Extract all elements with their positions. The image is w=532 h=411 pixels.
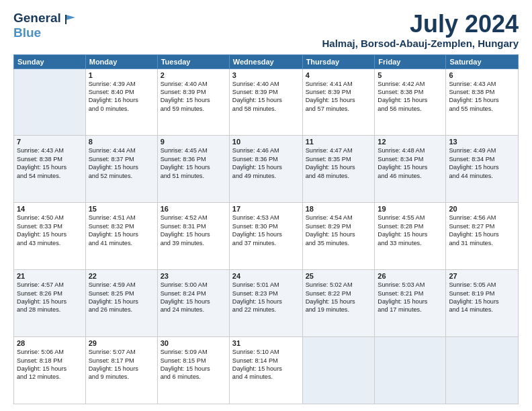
day-number: 21 (17, 272, 83, 280)
day-number: 15 (89, 205, 154, 213)
calendar-cell: 31Sunrise: 5:10 AM Sunset: 8:14 PM Dayli… (229, 337, 302, 404)
day-info: Sunrise: 4:43 AM Sunset: 8:38 PM Dayligh… (449, 80, 515, 113)
day-info: Sunrise: 5:00 AM Sunset: 8:24 PM Dayligh… (161, 281, 226, 314)
day-info: Sunrise: 4:51 AM Sunset: 8:32 PM Dayligh… (89, 214, 154, 247)
day-info: Sunrise: 4:47 AM Sunset: 8:35 PM Dayligh… (306, 146, 372, 180)
weekday-header-friday: Friday (375, 54, 446, 68)
calendar-cell: 5Sunrise: 4:42 AM Sunset: 8:38 PM Daylig… (375, 68, 446, 136)
calendar-cell: 19Sunrise: 4:55 AM Sunset: 8:28 PM Dayli… (375, 203, 446, 270)
day-number: 31 (232, 339, 300, 347)
calendar-week-row: 14Sunrise: 4:50 AM Sunset: 8:33 PM Dayli… (14, 203, 519, 270)
day-info: Sunrise: 4:44 AM Sunset: 8:37 PM Dayligh… (89, 146, 154, 180)
day-number: 20 (449, 205, 515, 213)
calendar-cell: 20Sunrise: 4:56 AM Sunset: 8:27 PM Dayli… (446, 203, 519, 270)
day-info: Sunrise: 4:50 AM Sunset: 8:33 PM Dayligh… (17, 214, 83, 247)
calendar-cell: 4Sunrise: 4:41 AM Sunset: 8:39 PM Daylig… (302, 68, 375, 136)
day-info: Sunrise: 5:03 AM Sunset: 8:21 PM Dayligh… (378, 281, 443, 314)
calendar-week-row: 7Sunrise: 4:43 AM Sunset: 8:38 PM Daylig… (14, 136, 519, 203)
day-info: Sunrise: 4:53 AM Sunset: 8:30 PM Dayligh… (232, 214, 300, 247)
day-number: 28 (17, 339, 83, 347)
day-number: 27 (449, 272, 515, 280)
day-number: 1 (89, 71, 154, 79)
day-number: 25 (306, 272, 372, 280)
day-number: 10 (232, 138, 300, 146)
logo-blue: Blue (13, 26, 41, 40)
day-number: 18 (306, 205, 372, 213)
day-info: Sunrise: 4:52 AM Sunset: 8:31 PM Dayligh… (161, 214, 226, 247)
calendar-cell: 26Sunrise: 5:03 AM Sunset: 8:21 PM Dayli… (375, 270, 446, 337)
svg-rect-1 (65, 15, 66, 24)
calendar-cell (375, 337, 446, 404)
calendar-cell: 13Sunrise: 4:49 AM Sunset: 8:34 PM Dayli… (446, 136, 519, 203)
weekday-header-monday: Monday (85, 54, 157, 68)
day-info: Sunrise: 5:07 AM Sunset: 8:17 PM Dayligh… (89, 348, 154, 381)
calendar-cell (14, 68, 86, 136)
calendar-week-row: 28Sunrise: 5:06 AM Sunset: 8:18 PM Dayli… (14, 337, 519, 404)
calendar-cell (446, 337, 519, 404)
calendar-cell: 15Sunrise: 4:51 AM Sunset: 8:32 PM Dayli… (85, 203, 157, 270)
calendar-cell: 21Sunrise: 4:57 AM Sunset: 8:26 PM Dayli… (14, 270, 86, 337)
day-info: Sunrise: 4:49 AM Sunset: 8:34 PM Dayligh… (449, 146, 515, 180)
day-number: 13 (449, 138, 515, 146)
day-number: 12 (378, 138, 443, 146)
day-info: Sunrise: 4:48 AM Sunset: 8:34 PM Dayligh… (378, 146, 443, 180)
calendar-cell: 24Sunrise: 5:01 AM Sunset: 8:23 PM Dayli… (229, 270, 302, 337)
calendar-cell: 8Sunrise: 4:44 AM Sunset: 8:37 PM Daylig… (85, 136, 157, 203)
calendar-cell: 10Sunrise: 4:46 AM Sunset: 8:36 PM Dayli… (229, 136, 302, 203)
logo-general: General (13, 11, 61, 25)
day-number: 4 (306, 71, 372, 79)
day-info: Sunrise: 4:39 AM Sunset: 8:40 PM Dayligh… (89, 80, 154, 113)
page: General Blue July 2024 Halmaj, Borsod-Ab… (0, 0, 532, 411)
day-number: 6 (449, 71, 515, 79)
calendar-cell: 7Sunrise: 4:43 AM Sunset: 8:38 PM Daylig… (14, 136, 86, 203)
calendar-cell: 22Sunrise: 4:59 AM Sunset: 8:25 PM Dayli… (85, 270, 157, 337)
day-info: Sunrise: 5:06 AM Sunset: 8:18 PM Dayligh… (17, 348, 83, 381)
day-number: 9 (161, 138, 226, 146)
calendar-cell: 9Sunrise: 4:45 AM Sunset: 8:36 PM Daylig… (157, 136, 229, 203)
day-info: Sunrise: 4:40 AM Sunset: 8:39 PM Dayligh… (232, 80, 300, 113)
calendar-week-row: 21Sunrise: 4:57 AM Sunset: 8:26 PM Dayli… (14, 270, 519, 337)
logo: General Blue (13, 11, 77, 40)
day-info: Sunrise: 5:05 AM Sunset: 8:19 PM Dayligh… (449, 281, 515, 314)
day-number: 3 (232, 71, 300, 79)
day-number: 30 (161, 339, 226, 347)
location-subtitle: Halmaj, Borsod-Abauj-Zemplen, Hungary (322, 38, 519, 49)
day-number: 2 (161, 71, 226, 79)
calendar-cell: 16Sunrise: 4:52 AM Sunset: 8:31 PM Dayli… (157, 203, 229, 270)
calendar-header-row: SundayMondayTuesdayWednesdayThursdayFrid… (14, 54, 519, 68)
weekday-header-wednesday: Wednesday (229, 54, 302, 68)
day-number: 23 (161, 272, 226, 280)
day-number: 17 (232, 205, 300, 213)
day-info: Sunrise: 4:40 AM Sunset: 8:39 PM Dayligh… (161, 80, 226, 113)
day-number: 24 (232, 272, 300, 280)
header: General Blue July 2024 Halmaj, Borsod-Ab… (13, 11, 519, 49)
calendar-cell: 14Sunrise: 4:50 AM Sunset: 8:33 PM Dayli… (14, 203, 86, 270)
logo-flag-icon (64, 14, 77, 25)
day-number: 26 (378, 272, 443, 280)
day-info: Sunrise: 5:02 AM Sunset: 8:22 PM Dayligh… (306, 281, 372, 314)
weekday-header-thursday: Thursday (302, 54, 375, 68)
calendar-week-row: 1Sunrise: 4:39 AM Sunset: 8:40 PM Daylig… (14, 68, 519, 136)
calendar-cell: 29Sunrise: 5:07 AM Sunset: 8:17 PM Dayli… (85, 337, 157, 404)
weekday-header-saturday: Saturday (446, 54, 519, 68)
day-info: Sunrise: 4:59 AM Sunset: 8:25 PM Dayligh… (89, 281, 154, 314)
day-info: Sunrise: 4:43 AM Sunset: 8:38 PM Dayligh… (17, 146, 83, 180)
title-block: July 2024 Halmaj, Borsod-Abauj-Zemplen, … (322, 11, 519, 49)
day-number: 16 (161, 205, 226, 213)
day-number: 11 (306, 138, 372, 146)
weekday-header-sunday: Sunday (14, 54, 86, 68)
calendar-cell: 2Sunrise: 4:40 AM Sunset: 8:39 PM Daylig… (157, 68, 229, 136)
day-number: 5 (378, 71, 443, 79)
day-info: Sunrise: 4:54 AM Sunset: 8:29 PM Dayligh… (306, 214, 372, 247)
day-number: 22 (89, 272, 154, 280)
calendar-table: SundayMondayTuesdayWednesdayThursdayFrid… (13, 54, 519, 404)
calendar-cell: 3Sunrise: 4:40 AM Sunset: 8:39 PM Daylig… (229, 68, 302, 136)
calendar-cell: 25Sunrise: 5:02 AM Sunset: 8:22 PM Dayli… (302, 270, 375, 337)
day-info: Sunrise: 4:41 AM Sunset: 8:39 PM Dayligh… (306, 80, 372, 113)
month-title: July 2024 (322, 11, 519, 38)
day-info: Sunrise: 4:46 AM Sunset: 8:36 PM Dayligh… (232, 146, 300, 180)
day-info: Sunrise: 4:56 AM Sunset: 8:27 PM Dayligh… (449, 214, 515, 247)
calendar-cell: 30Sunrise: 5:09 AM Sunset: 8:15 PM Dayli… (157, 337, 229, 404)
weekday-header-tuesday: Tuesday (157, 54, 229, 68)
day-info: Sunrise: 5:09 AM Sunset: 8:15 PM Dayligh… (161, 348, 226, 381)
